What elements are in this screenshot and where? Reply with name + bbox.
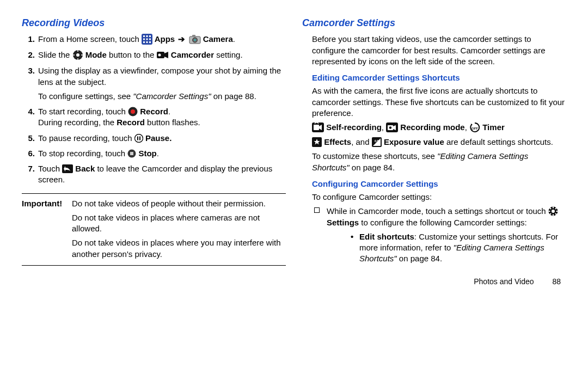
right-column: Camcorder Settings Before you start taki… (302, 16, 566, 266)
timer-icon: OFF (469, 122, 480, 133)
camcorder-label: Camcorder (169, 50, 214, 59)
important-l1: Do not take videos of people without the… (72, 199, 266, 208)
footer-page-number: 88 (552, 277, 561, 287)
section-title-camcorder: Camcorder Settings (302, 16, 566, 29)
record-icon (128, 107, 138, 117)
comma1: , (382, 122, 386, 132)
camcorder-icon (157, 51, 169, 59)
svg-point-25 (134, 134, 143, 142)
step4-c1: During recording, the (38, 118, 117, 127)
bullet-a: While in Camcorder mode, touch a setting… (327, 206, 548, 216)
step4-b: . (168, 107, 170, 116)
line2-end: are default settings shortcuts. (444, 137, 553, 146)
settings-icon (548, 206, 558, 216)
svg-rect-3 (149, 35, 151, 37)
dot-bullet-icon: • (351, 231, 353, 242)
svg-point-45 (552, 210, 555, 213)
step-7: 7. Touch Back to leave the Camcorder and… (38, 163, 286, 186)
step3-b2: on page 88. (211, 91, 256, 101)
shortcut-icons-line1: Self-recording, Recording mode, OFF Time… (302, 122, 566, 133)
arrow-icon: ➔ (177, 34, 186, 44)
section-title-recording: Recording Videos (22, 16, 286, 29)
important-block: Important! Do not take videos of people … (22, 193, 286, 266)
left-column: Recording Videos 1. From a Home screen, … (22, 16, 286, 266)
svg-line-51 (555, 213, 556, 215)
edit-shortcuts-lead: Edit shortcuts (359, 232, 414, 241)
subtitle-editing-shortcuts: Editing Camcorder Settings Shortcuts (302, 72, 566, 83)
main-bullet: While in Camcorder mode, touch a setting… (302, 206, 566, 264)
step3-ref-text: "Camcorder Settings" (133, 91, 211, 101)
svg-rect-32 (314, 125, 319, 130)
customize-ref: To customize these shortcuts, see "Editi… (302, 151, 566, 173)
step6-b: . (157, 149, 159, 158)
recording-mode-icon (386, 122, 398, 132)
pause-label: Pause. (143, 133, 172, 143)
svg-rect-6 (149, 39, 151, 40)
p3b: on page 84. (350, 163, 395, 172)
svg-rect-9 (149, 41, 151, 43)
svg-rect-11 (192, 35, 195, 37)
step1-text-a: From a Home screen, touch (38, 34, 142, 44)
svg-point-24 (131, 109, 135, 114)
svg-rect-4 (143, 39, 145, 40)
editing-shortcuts-p1: As with the camera, the first five icons… (302, 85, 566, 119)
self-recording-icon (312, 122, 324, 132)
apps-icon (142, 34, 152, 45)
square-bullet-icon (314, 207, 320, 213)
p3a: To customize these shortcuts, see (312, 151, 437, 161)
sub-bullet-edit: • Edit shortcuts: Customize your setting… (327, 231, 566, 265)
svg-rect-8 (146, 41, 148, 43)
bullet-b: to configure the following Camcorder set… (359, 218, 527, 227)
camera-label: Camera (201, 34, 233, 44)
svg-rect-7 (143, 41, 145, 43)
svg-rect-29 (130, 152, 133, 155)
svg-point-13 (194, 39, 196, 41)
camcorder-intro: Before you start taking videos, use the … (302, 34, 566, 67)
and-text: , and (351, 137, 372, 146)
step3-a: Using the display as a viewfinder, compo… (38, 65, 286, 88)
record-label: Record (138, 107, 168, 116)
back-label: Back (73, 164, 95, 173)
step-6: 6. To stop recording, touch Stop. (38, 148, 286, 159)
svg-marker-21 (164, 52, 168, 58)
page-footer: Photos and Video 88 (22, 277, 566, 287)
effects-icon (312, 137, 322, 147)
svg-line-52 (550, 213, 551, 215)
step2-c: setting. (214, 50, 243, 59)
pause-icon (134, 134, 143, 143)
step5-a: To pause recording, touch (38, 133, 134, 143)
mode-label: Mode (83, 50, 107, 59)
step-4: 4. To start recording, touch Record. Dur… (38, 106, 286, 128)
mode-dial-icon (72, 50, 83, 60)
step7-a: Touch (38, 164, 62, 173)
recording-mode-label: Recording mode (398, 122, 465, 132)
svg-text:0.0: 0.0 (375, 139, 379, 143)
step2-a: Slide the (38, 50, 72, 59)
svg-point-15 (76, 53, 79, 57)
settings-label: Settings (327, 218, 359, 227)
timer-label: Timer (480, 122, 505, 132)
important-line-1: Important! Do not take videos of people … (22, 198, 286, 209)
comma2: , (465, 122, 469, 132)
svg-line-50 (550, 208, 551, 209)
shortcut-icons-line2: Effects, and 0.0 Exposure value are defa… (302, 137, 566, 148)
step4-note: During recording, the Record button flas… (38, 117, 286, 128)
step2-b: button to the (107, 50, 157, 59)
svg-rect-5 (146, 39, 148, 40)
svg-text:OFF: OFF (471, 127, 478, 130)
important-lead: Important! (22, 198, 62, 209)
svg-rect-27 (139, 136, 140, 140)
self-recording-label: Self-recording (324, 122, 382, 132)
step4-a: To start recording, touch (38, 107, 128, 116)
exposure-icon: 0.0 (372, 137, 382, 147)
exposure-label: Exposure value (382, 137, 444, 146)
record-label-2: Record (117, 118, 145, 127)
stop-icon (127, 149, 136, 158)
step3-b1: To configure settings, see (38, 91, 133, 101)
svg-marker-38 (471, 124, 473, 126)
camera-icon (189, 34, 201, 44)
svg-line-53 (555, 208, 556, 209)
subtitle-configuring: Configuring Camcorder Settings (302, 179, 566, 189)
step-2: 2. Slide the Mode button to the Camcorde… (38, 50, 286, 61)
effects-label: Effects (322, 137, 351, 146)
